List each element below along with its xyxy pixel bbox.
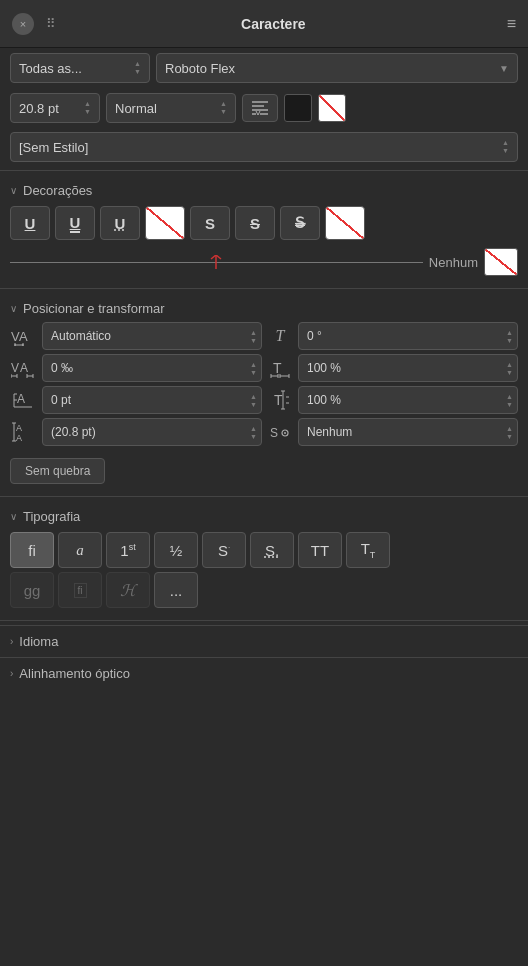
- horiz-scale-input[interactable]: 100 % ▲ ▼: [298, 354, 518, 382]
- svg-line-5: [256, 111, 258, 115]
- font-family-arrow: ▼: [499, 63, 509, 74]
- decorations-label: Decorações: [23, 183, 92, 198]
- cursive-button[interactable]: ℋ: [106, 572, 150, 608]
- close-icon: ×: [20, 18, 26, 30]
- underline-button[interactable]: U: [10, 206, 50, 240]
- swash-button[interactable]: S·: [202, 532, 246, 568]
- svg-text:A: A: [20, 361, 28, 375]
- idioma-section-header[interactable]: › Idioma: [0, 625, 528, 657]
- text-style-arrows: ▲ ▼: [502, 139, 509, 156]
- no-break-row: Sem quebra: [0, 452, 528, 492]
- svg-text:T: T: [274, 392, 283, 408]
- panel-header: × ⠿ Caractere ≡: [0, 0, 528, 48]
- italic-angle-icon: T: [268, 323, 292, 349]
- swash2-button[interactable]: S.: [250, 532, 294, 568]
- typography-label: Tipografia: [23, 509, 80, 524]
- font-style-arrows: ▲ ▼: [220, 100, 227, 117]
- fill-color-swatch[interactable]: [318, 94, 346, 122]
- idioma-chevron: ›: [10, 636, 13, 647]
- strikethrough-button[interactable]: S: [235, 206, 275, 240]
- typography-row-1: fi a 1st ½ S· S. TT TT: [0, 528, 528, 572]
- svg-text:A: A: [16, 423, 22, 433]
- divider-2: [0, 288, 528, 289]
- underline-style-row: Nenhum: [0, 244, 528, 284]
- tracking-input[interactable]: 0 ‰ ▲ ▼: [42, 354, 262, 382]
- vert-scale-input[interactable]: 100 % ▲ ▼: [298, 386, 518, 414]
- kerning-input[interactable]: Automático ▲ ▼: [42, 322, 262, 350]
- baseline-icon: A: [10, 387, 36, 413]
- svg-point-48: [284, 432, 286, 434]
- tracking-icon: V A: [10, 355, 36, 381]
- text-style-select[interactable]: [Sem Estilo] ▲ ▼: [10, 132, 518, 162]
- position-chevron: ∨: [10, 303, 17, 314]
- font-row: Todas as... ▲ ▼ Roboto Flex ▼: [0, 48, 528, 88]
- font-family-select[interactable]: Roboto Flex ▼: [156, 53, 518, 83]
- double-strikethrough-button[interactable]: S̶: [280, 206, 320, 240]
- position-row-2: V A 0 ‰ ▲ ▼ T: [10, 354, 518, 382]
- svg-text:V: V: [11, 361, 19, 375]
- ligature-fi-button[interactable]: fi: [10, 532, 54, 568]
- strikethrough-color-swatch[interactable]: [325, 206, 365, 240]
- double-underline-button[interactable]: U: [55, 206, 95, 240]
- panel-title: Caractere: [70, 16, 477, 32]
- more-typo-button[interactable]: ...: [154, 572, 198, 608]
- underline-color-btn[interactable]: [484, 248, 518, 276]
- svg-text:T: T: [273, 360, 282, 376]
- position-label: Posicionar e transformar: [23, 301, 165, 316]
- position-row-1: V A Automático ▲ ▼ T 0 ° ▲ ▼: [10, 322, 518, 350]
- alignment-label: Alinhamento óptico: [19, 666, 130, 681]
- tabular-figures-button[interactable]: fi: [58, 572, 102, 608]
- font-style-select[interactable]: Normal ▲ ▼: [106, 93, 236, 123]
- typography-row-2: gg fi ℋ ...: [0, 572, 528, 616]
- divider-1: [0, 170, 528, 171]
- svg-line-6: [258, 111, 260, 115]
- underline-style-label: Nenhum: [429, 255, 478, 270]
- text-color-swatch[interactable]: [284, 94, 312, 122]
- divider-3: [0, 496, 528, 497]
- no-break-button[interactable]: Sem quebra: [10, 458, 105, 484]
- close-button[interactable]: ×: [12, 13, 34, 35]
- typography-chevron: ∨: [10, 511, 17, 522]
- svg-text:S: S: [270, 426, 278, 440]
- font-size-arrows: ▲ ▼: [84, 100, 91, 117]
- underline-style-line: [10, 252, 423, 272]
- divider-4: [0, 620, 528, 621]
- leading-icon: A A: [10, 419, 36, 445]
- small-caps-button[interactable]: TT: [346, 532, 390, 568]
- italic-a-button[interactable]: a: [58, 532, 102, 568]
- position-section-header[interactable]: ∨ Posicionar e transformar: [0, 293, 528, 320]
- ordinal-button[interactable]: 1st: [106, 532, 150, 568]
- dotted-underline-button[interactable]: U: [100, 206, 140, 240]
- baseline-input[interactable]: 0 pt ▲ ▼: [42, 386, 262, 414]
- kerning-icon: V A: [10, 323, 36, 349]
- typography-section-header[interactable]: ∨ Tipografia: [0, 501, 528, 528]
- grip-icon[interactable]: ⠿: [42, 15, 60, 33]
- no-strikethrough-button[interactable]: S: [190, 206, 230, 240]
- italic-angle-input[interactable]: 0 ° ▲ ▼: [298, 322, 518, 350]
- all-caps-button[interactable]: TT: [298, 532, 342, 568]
- text-style-row: [Sem Estilo] ▲ ▼: [0, 128, 528, 166]
- position-row-4: A A (20.8 pt) ▲ ▼ S Nenhum ▲: [10, 418, 518, 446]
- ligature-gg-button[interactable]: gg: [10, 572, 54, 608]
- menu-icon[interactable]: ≡: [507, 15, 516, 33]
- font-category-select[interactable]: Todas as... ▲ ▼: [10, 53, 150, 83]
- text-align-icon[interactable]: [242, 94, 278, 122]
- decorations-buttons-row: U U U S S S̶: [0, 202, 528, 244]
- leading-input[interactable]: (20.8 pt) ▲ ▼: [42, 418, 262, 446]
- position-row-3: A 0 pt ▲ ▼ T 100 %: [10, 386, 518, 414]
- alignment-section-header[interactable]: › Alinhamento óptico: [0, 657, 528, 689]
- font-size-row: 20.8 pt ▲ ▼ Normal ▲ ▼: [0, 88, 528, 128]
- svg-text:A: A: [19, 329, 28, 344]
- font-category-arrows: ▲ ▼: [134, 60, 141, 77]
- decorations-chevron: ∨: [10, 185, 17, 196]
- vert-scale-icon: T: [268, 387, 292, 413]
- idioma-label: Idioma: [19, 634, 58, 649]
- opentype-icon: S: [268, 419, 292, 445]
- opentype-input[interactable]: Nenhum ▲ ▼: [298, 418, 518, 446]
- underline-color-swatch[interactable]: [145, 206, 185, 240]
- font-size-select[interactable]: 20.8 pt ▲ ▼: [10, 93, 100, 123]
- position-grid: V A Automático ▲ ▼ T 0 ° ▲ ▼: [0, 320, 528, 452]
- decorations-section-header[interactable]: ∨ Decorações: [0, 175, 528, 202]
- svg-text:A: A: [17, 392, 25, 406]
- fraction-button[interactable]: ½: [154, 532, 198, 568]
